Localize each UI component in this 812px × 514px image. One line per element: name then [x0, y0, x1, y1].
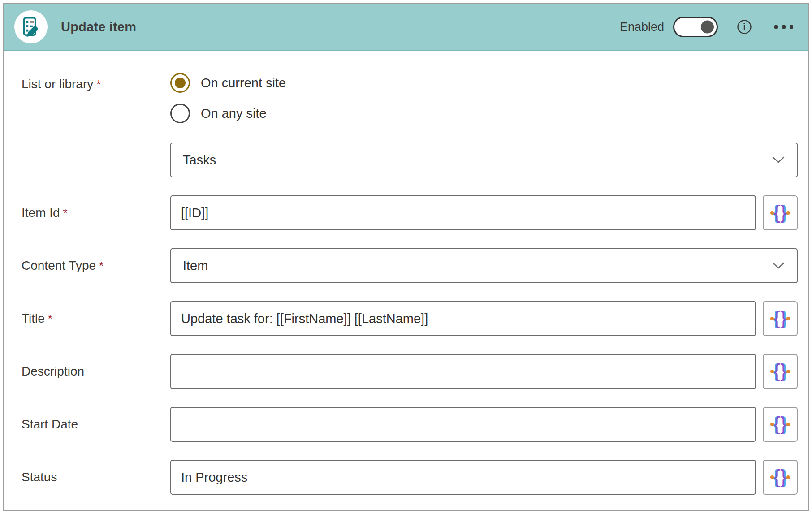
- list-or-library-label: List or library: [22, 77, 93, 91]
- chevron-down-icon: [772, 156, 785, 164]
- content-type-dropdown[interactable]: Item: [170, 248, 798, 283]
- radio-on-current-site[interactable]: On current site: [170, 72, 798, 94]
- info-icon: [737, 19, 752, 35]
- clipboard-pencil-icon: [21, 17, 41, 37]
- radio-on-any-site[interactable]: On any site: [170, 102, 798, 125]
- info-button[interactable]: [737, 19, 752, 35]
- field-item-id: Item Id* {}: [22, 195, 798, 230]
- radio-button[interactable]: [170, 104, 190, 123]
- content-type-label: Content Type: [22, 259, 96, 272]
- field-label: Description: [22, 354, 170, 389]
- start-date-dynamic-content-button[interactable]: {}: [763, 407, 798, 442]
- required-asterisk: *: [96, 78, 101, 91]
- update-item-icon: [14, 10, 48, 43]
- required-asterisk: *: [48, 312, 52, 325]
- item-id-input[interactable]: [170, 195, 756, 230]
- dynamic-content-braces-icon: {: [774, 203, 780, 222]
- header-controls: Enabled: [620, 17, 796, 37]
- field-title: Title* {}: [22, 301, 798, 336]
- required-asterisk: *: [63, 206, 68, 220]
- field-label: Status: [22, 460, 170, 495]
- content-type-value: Item: [183, 259, 208, 273]
- field-content-type: Content Type* Item: [22, 248, 798, 283]
- title-dynamic-content-button[interactable]: {}: [763, 301, 798, 336]
- radio-label: On any site: [201, 106, 267, 121]
- title-label: Title: [22, 311, 45, 325]
- enabled-toggle[interactable]: [673, 17, 718, 37]
- start-date-input[interactable]: [170, 407, 756, 442]
- dynamic-content-braces-icon: {: [774, 362, 780, 380]
- action-form: List or library* On current site On any …: [4, 51, 808, 495]
- dynamic-content-braces-icon: {: [774, 309, 780, 328]
- field-description: Description {}: [22, 354, 798, 389]
- status-label: Status: [22, 470, 57, 484]
- list-or-library-control: On current site On any site Tasks: [170, 72, 798, 177]
- radio-button-selected[interactable]: [170, 73, 190, 93]
- action-title: Update item: [61, 20, 136, 35]
- list-dropdown[interactable]: Tasks: [170, 143, 798, 177]
- dynamic-content-braces-icon: {: [774, 415, 780, 433]
- enabled-label: Enabled: [620, 20, 664, 34]
- description-label: Description: [22, 364, 84, 378]
- dynamic-content-braces-icon: {: [774, 467, 780, 486]
- field-start-date: Start Date {}: [22, 407, 798, 442]
- description-input[interactable]: [170, 354, 756, 389]
- title-input[interactable]: [170, 301, 756, 336]
- ellipsis-icon: [774, 25, 778, 29]
- field-label: Title*: [22, 301, 170, 336]
- more-options-button[interactable]: [772, 22, 796, 31]
- update-item-action-card: Update item Enabled List or library*: [3, 3, 809, 511]
- field-label: Start Date: [22, 407, 170, 442]
- field-label: Content Type*: [22, 248, 170, 283]
- item-id-dynamic-content-button[interactable]: {}: [763, 195, 798, 230]
- radio-label: On current site: [201, 76, 286, 91]
- card-header: Update item Enabled: [4, 4, 808, 51]
- field-status: Status {}: [22, 460, 798, 495]
- toggle-knob: [701, 21, 714, 34]
- status-dynamic-content-button[interactable]: {}: [763, 460, 798, 495]
- status-input[interactable]: [170, 460, 756, 495]
- field-label: Item Id*: [22, 195, 170, 230]
- field-label: List or library*: [22, 72, 170, 177]
- item-id-label: Item Id: [22, 206, 60, 220]
- list-dropdown-value: Tasks: [183, 153, 216, 168]
- required-asterisk: *: [99, 259, 104, 272]
- field-list-or-library: List or library* On current site On any …: [22, 72, 798, 177]
- chevron-down-icon: [772, 262, 785, 270]
- start-date-label: Start Date: [22, 417, 78, 431]
- description-dynamic-content-button[interactable]: {}: [763, 354, 798, 389]
